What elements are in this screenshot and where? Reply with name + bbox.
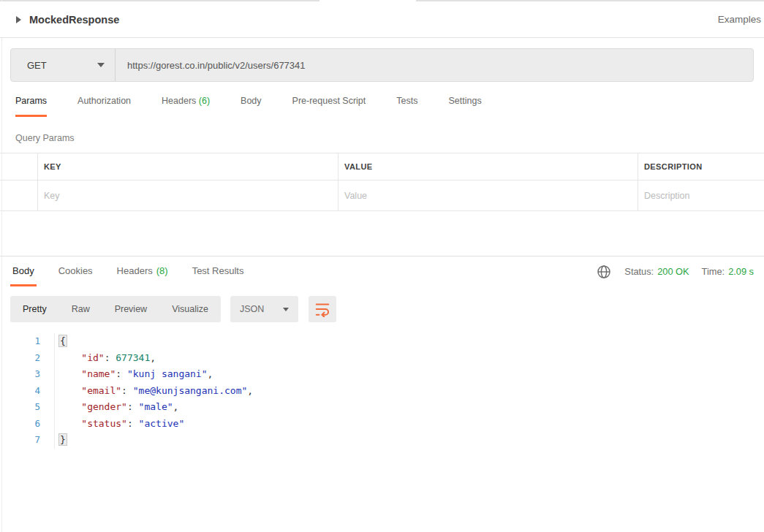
tab-headers-count: (6) xyxy=(199,96,210,106)
method-label: GET xyxy=(27,60,97,71)
chevron-down-icon xyxy=(97,63,105,67)
table-header-value: VALUE xyxy=(338,153,638,180)
response-tab-headers-label: Headers xyxy=(117,265,153,276)
response-tab-cookies[interactable]: Cookies xyxy=(56,256,95,286)
tab-tests[interactable]: Tests xyxy=(396,96,417,117)
line-content: "email": "me@kunjsangani.com", xyxy=(55,383,253,400)
format-dropdown[interactable]: JSON xyxy=(230,296,298,322)
chevron-down-icon xyxy=(283,308,289,311)
table-header-key: KEY xyxy=(38,153,338,180)
line-content: "id": 677341, xyxy=(55,350,156,367)
description-input[interactable]: Description xyxy=(638,180,764,210)
code-line[interactable]: 2 "id": 677341, xyxy=(0,350,764,367)
tab-body[interactable]: Body xyxy=(241,96,262,117)
method-dropdown[interactable]: GET xyxy=(11,49,115,81)
tab-settings[interactable]: Settings xyxy=(448,96,481,117)
wrap-lines-icon xyxy=(314,301,330,317)
tab-authorization-label: Authorization xyxy=(77,96,131,106)
tab-body-label: Body xyxy=(241,96,262,106)
url-input[interactable]: https://gorest.co.in/public/v2/users/677… xyxy=(116,49,753,81)
tab-headers-label: Headers xyxy=(162,96,196,106)
view-mode-segmented-control: Pretty Raw Preview Visualize xyxy=(10,296,221,322)
response-tab-body-label: Body xyxy=(12,265,34,276)
wrap-lines-button[interactable] xyxy=(309,296,336,322)
code-line[interactable]: 6 "status": "active" xyxy=(0,416,764,433)
row-handle-cell xyxy=(0,180,38,210)
response-meta: Status: 200 OK Time: 2.09 s xyxy=(597,256,754,286)
time-value: 2.09 s xyxy=(728,266,754,277)
view-mode-pretty[interactable]: Pretty xyxy=(10,296,59,322)
query-params-label: Query Params xyxy=(15,133,75,143)
caret-right-icon[interactable] xyxy=(16,16,21,23)
line-content: } xyxy=(55,432,67,449)
description-placeholder: Description xyxy=(644,191,690,201)
line-number: 5 xyxy=(0,399,55,416)
examples-button[interactable]: Examples xyxy=(718,14,761,25)
line-number: 4 xyxy=(0,383,55,400)
globe-icon[interactable] xyxy=(597,265,611,279)
tab-params-label: Params xyxy=(15,96,47,106)
code-line[interactable]: 5 "gender": "male", xyxy=(0,399,764,416)
response-view-controls: Pretty Raw Preview Visualize JSON xyxy=(10,296,336,322)
code-line[interactable]: 3 "name": "kunj sangani", xyxy=(0,366,764,383)
response-body-editor[interactable]: 1{2 "id": 677341,3 "name": "kunj sangani… xyxy=(0,333,764,449)
table-row: Key Value Description xyxy=(0,180,764,211)
line-number: 1 xyxy=(0,333,55,350)
response-tabs: Body Cookies Headers (8) Test Results xyxy=(10,256,265,286)
code-line[interactable]: 1{ xyxy=(0,333,764,350)
line-content: "gender": "male", xyxy=(55,399,178,416)
line-content: "status": "active" xyxy=(55,416,184,433)
tab-params[interactable]: Params xyxy=(15,96,47,117)
value-column-header: VALUE xyxy=(344,162,372,171)
line-number: 6 xyxy=(0,416,55,433)
code-lines: 1{2 "id": 677341,3 "name": "kunj sangani… xyxy=(0,333,764,449)
value-input[interactable]: Value xyxy=(338,180,638,210)
request-tab-header: MockedResponse Examples xyxy=(0,1,764,38)
view-mode-preview[interactable]: Preview xyxy=(102,296,159,322)
tab-tests-label: Tests xyxy=(396,96,417,106)
response-tab-test-results-label: Test Results xyxy=(192,265,244,276)
query-params-table: KEY VALUE DESCRIPTION Key Value Descript… xyxy=(0,153,764,211)
tab-authorization[interactable]: Authorization xyxy=(77,96,131,117)
status-value: 200 OK xyxy=(657,266,689,277)
app-left-border xyxy=(1,0,2,532)
url-bar: GET https://gorest.co.in/public/v2/users… xyxy=(10,48,754,82)
line-number: 3 xyxy=(0,366,55,383)
tab-pre-request-script-label: Pre-request Script xyxy=(292,96,366,106)
key-input[interactable]: Key xyxy=(38,180,338,210)
line-number: 2 xyxy=(0,350,55,367)
line-number: 7 xyxy=(0,432,55,449)
code-line[interactable]: 4 "email": "me@kunjsangani.com", xyxy=(0,383,764,400)
time-label: Time: xyxy=(702,266,725,277)
response-tab-headers[interactable]: Headers (8) xyxy=(115,256,170,286)
key-column-header: KEY xyxy=(44,162,61,171)
code-line[interactable]: 7} xyxy=(0,432,764,449)
view-mode-visualize[interactable]: Visualize xyxy=(159,296,221,322)
table-header-description: DESCRIPTION xyxy=(638,153,764,180)
tab-pre-request-script[interactable]: Pre-request Script xyxy=(292,96,366,117)
response-tab-body[interactable]: Body xyxy=(10,256,37,286)
response-tab-cookies-label: Cookies xyxy=(58,265,93,276)
line-content: { xyxy=(55,333,67,350)
tab-headers[interactable]: Headers (6) xyxy=(162,96,210,117)
response-tab-test-results[interactable]: Test Results xyxy=(190,256,246,286)
response-tab-headers-count: (8) xyxy=(156,265,168,276)
status-label: Status: xyxy=(624,266,654,277)
format-dropdown-label: JSON xyxy=(240,304,283,314)
request-title: MockedResponse xyxy=(29,14,119,26)
table-handle-column xyxy=(0,153,38,180)
request-tabs: Params Authorization Headers (6) Body Pr… xyxy=(15,96,513,117)
line-content: "name": "kunj sangani", xyxy=(55,366,213,383)
description-column-header: DESCRIPTION xyxy=(644,162,703,171)
key-placeholder: Key xyxy=(44,191,60,201)
table-header-row: KEY VALUE DESCRIPTION xyxy=(0,153,764,180)
tab-settings-label: Settings xyxy=(448,96,481,106)
value-placeholder: Value xyxy=(344,191,367,201)
view-mode-raw[interactable]: Raw xyxy=(59,296,102,322)
